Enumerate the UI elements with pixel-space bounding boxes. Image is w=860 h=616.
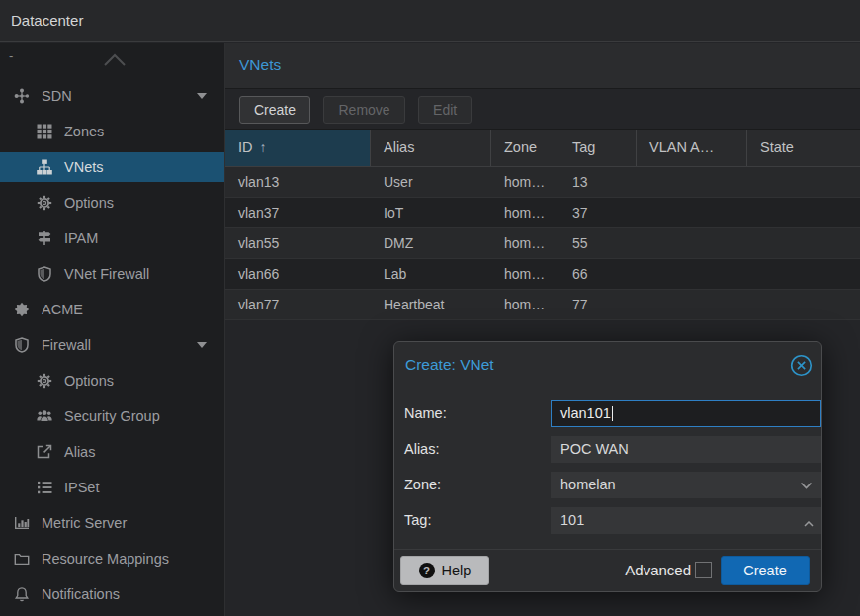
sidebar-item-vnets[interactable]: VNets: [0, 149, 224, 185]
cell-alias[interactable]: IoT: [371, 198, 491, 227]
sidebar-tree: - SDNZonesVNetsOptionsIPAMVNet FirewallA…: [0, 43, 225, 616]
tree-root-partial[interactable]: -: [0, 43, 224, 78]
sidebar-item-alias[interactable]: Alias: [0, 434, 224, 470]
chevron-up-icon[interactable]: [99, 50, 130, 70]
column-header-label: State: [760, 139, 794, 155]
field-value: POC WAN: [560, 441, 629, 457]
cell-zone[interactable]: hom…: [491, 259, 559, 289]
sidebar-item-security-group[interactable]: Security Group: [0, 398, 224, 434]
create-button[interactable]: Create: [239, 96, 310, 124]
field-row-name: Name:vlan101: [404, 400, 810, 427]
cell-tag[interactable]: 77: [559, 290, 637, 319]
cell-tag[interactable]: 66: [559, 259, 637, 289]
sidebar-item-zones[interactable]: Zones: [0, 114, 224, 149]
cell-state[interactable]: [747, 167, 860, 197]
certificate-icon: [14, 302, 33, 317]
sidebar-item-sdn[interactable]: SDN: [0, 78, 224, 114]
edit-button[interactable]: Edit: [418, 96, 472, 124]
cell-state[interactable]: [747, 228, 860, 258]
table-row-vlan13[interactable]: vlan13Userhom…13: [225, 167, 860, 198]
name-field[interactable]: vlan101: [551, 400, 821, 427]
cell-vlan-aware[interactable]: [637, 290, 747, 319]
cell-alias[interactable]: DMZ: [371, 228, 491, 258]
cell-state[interactable]: [747, 290, 860, 319]
cell-tag[interactable]: 13: [559, 167, 637, 197]
cell-state[interactable]: [747, 198, 860, 227]
column-header-id[interactable]: ID↑: [225, 130, 371, 166]
cell-alias[interactable]: Lab: [371, 259, 491, 289]
column-header-vlan-aware[interactable]: VLAN A…: [637, 130, 747, 166]
table-row-vlan37[interactable]: vlan37IoThom…37: [225, 198, 860, 228]
cell-zone[interactable]: hom…: [491, 290, 559, 319]
column-header-tag[interactable]: Tag: [559, 130, 637, 166]
cell-zone[interactable]: hom…: [491, 198, 559, 227]
column-header-state[interactable]: State: [747, 130, 860, 166]
zone-field[interactable]: homelan: [551, 472, 821, 498]
cell-zone[interactable]: hom…: [491, 228, 559, 258]
map-signs-icon: [37, 230, 55, 246]
cell-id[interactable]: vlan77: [225, 290, 371, 319]
cell-zone[interactable]: hom…: [491, 167, 559, 197]
column-header-alias[interactable]: Alias: [371, 130, 491, 166]
sidebar-item-acme[interactable]: ACME: [0, 292, 224, 327]
cell-id[interactable]: vlan13: [225, 167, 371, 197]
bar-chart-icon: [14, 515, 33, 531]
text-cursor: [612, 406, 613, 421]
table-row-vlan55[interactable]: vlan55DMZhom…55: [225, 228, 860, 259]
cell-alias[interactable]: User: [371, 167, 491, 197]
sidebar-item-vnet-firewall[interactable]: VNet Firewall: [0, 256, 224, 292]
sidebar-item-label: Options: [64, 195, 114, 211]
cell-state[interactable]: [747, 259, 860, 289]
gear-icon: [37, 195, 55, 211]
cell-vlan-aware[interactable]: [637, 259, 747, 289]
sidebar-item-ipam[interactable]: IPAM: [0, 220, 224, 256]
cell-id[interactable]: vlan66: [225, 259, 371, 289]
sidebar-item-ipset[interactable]: IPSet: [0, 470, 224, 505]
sidebar-item-options[interactable]: Options: [0, 363, 224, 398]
external-link-icon: [37, 444, 55, 460]
sidebar-item-metric-server[interactable]: Metric Server: [0, 505, 224, 541]
gear-icon: [37, 373, 55, 389]
cell-vlan-aware[interactable]: [637, 167, 747, 197]
field-label-zone: Zone:: [404, 472, 441, 498]
page-title: VNets: [225, 43, 860, 89]
sidebar-item-label: SDN: [42, 88, 72, 104]
tree-root-label[interactable]: -: [9, 48, 13, 63]
sidebar-item-resource-mappings[interactable]: Resource Mappings: [0, 541, 224, 576]
cell-id[interactable]: vlan37: [225, 198, 371, 227]
sidebar-item-notifications[interactable]: Notifications: [0, 576, 224, 612]
sidebar-item-label: VNets: [64, 159, 104, 175]
spinner-up-icon[interactable]: [804, 510, 814, 534]
sidebar-item-label: Security Group: [64, 408, 160, 424]
table-row-vlan66[interactable]: vlan66Labhom…66: [225, 259, 860, 290]
sidebar-item-firewall[interactable]: Firewall: [0, 327, 224, 363]
column-header-label: VLAN A…: [649, 139, 714, 155]
cell-vlan-aware[interactable]: [637, 228, 747, 258]
chevron-down-icon[interactable]: [800, 473, 813, 497]
remove-button[interactable]: Remove: [323, 96, 404, 124]
spinner-buttons[interactable]: [804, 510, 814, 534]
shield-icon: [37, 266, 55, 282]
grid-icon: [37, 124, 55, 139]
cell-tag[interactable]: 55: [559, 228, 637, 258]
cell-id[interactable]: vlan55: [225, 228, 371, 258]
table-header-row: ID↑AliasZoneTagVLAN A…State: [225, 130, 860, 167]
cell-vlan-aware[interactable]: [637, 198, 747, 227]
help-button[interactable]: ? Help: [400, 556, 489, 585]
alias-field[interactable]: POC WAN: [551, 436, 821, 463]
advanced-checkbox[interactable]: [695, 562, 712, 578]
breadcrumb-datacenter: Datacenter: [0, 0, 860, 42]
column-header-zone[interactable]: Zone: [491, 130, 559, 166]
sidebar-item-options[interactable]: Options: [0, 185, 224, 220]
table-row-vlan77[interactable]: vlan77Heartbeathom…77: [225, 290, 860, 320]
dialog-create-button[interactable]: Create: [721, 556, 810, 585]
field-row-zone: Zone:homelan: [404, 472, 810, 498]
sort-asc-icon: ↑: [260, 139, 267, 155]
cell-tag[interactable]: 37: [559, 198, 637, 227]
tag-field[interactable]: 101: [551, 507, 821, 534]
cell-alias[interactable]: Heartbeat: [371, 290, 491, 319]
close-icon[interactable]: [790, 354, 813, 377]
caret-down-icon[interactable]: [197, 342, 207, 348]
help-button-label: Help: [442, 563, 472, 578]
caret-down-icon[interactable]: [197, 93, 207, 99]
